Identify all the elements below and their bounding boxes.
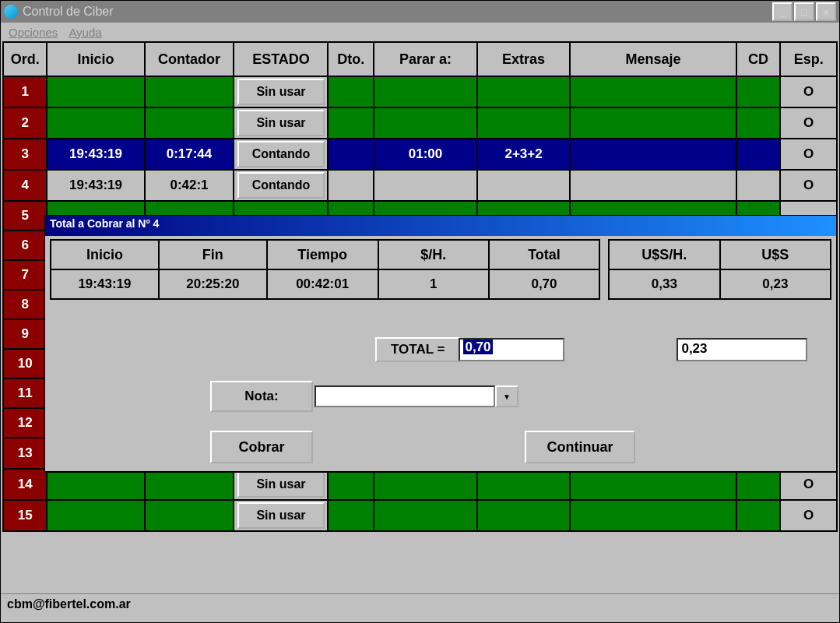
total-input-usd[interactable]: 0,23	[677, 338, 807, 361]
inicio-cell	[47, 500, 144, 531]
extras-cell: 2+3+2	[477, 139, 570, 170]
estado-cell: Sin usar	[234, 469, 328, 500]
parar-cell	[374, 170, 477, 201]
ord-cell: 6	[3, 231, 47, 260]
minimize-button[interactable]: _	[772, 2, 793, 21]
ord-cell: 7	[3, 260, 47, 290]
nota-field[interactable]	[315, 385, 495, 407]
header-inicio: Inicio	[47, 42, 144, 76]
dialog-title: Total a Cobrar al Nº 4	[45, 216, 836, 236]
estado-cell: Contando	[234, 139, 328, 170]
contador-cell	[145, 107, 234, 139]
contador-cell	[145, 469, 234, 500]
footer-text: cbm@fibertel.com.ar	[7, 597, 131, 611]
estado-button[interactable]: Sin usar	[237, 110, 325, 136]
dto-cell	[328, 76, 373, 107]
table-row[interactable]: 419:43:190:42:1ContandoO	[3, 170, 837, 201]
esp-cell: O	[780, 469, 837, 500]
nota-label: Nota:	[210, 381, 313, 412]
titlebar: Control de Ciber _ □ ×	[1, 1, 839, 23]
dto-cell	[328, 139, 373, 170]
close-button[interactable]: ×	[816, 2, 836, 21]
esp-cell: O	[780, 76, 837, 107]
cobrar-button[interactable]: Cobrar	[210, 431, 313, 463]
menu-ayuda[interactable]: Ayuda	[69, 26, 101, 39]
status-bar: cbm@fibertel.com.ar	[1, 593, 839, 622]
cd-cell	[736, 76, 780, 107]
esp-cell: O	[780, 107, 837, 139]
estado-cell: Sin usar	[234, 76, 328, 107]
dto-cell	[328, 500, 373, 531]
header-esp: Esp.	[780, 42, 837, 76]
total-input-pesos[interactable]: 0,70	[459, 338, 564, 361]
dr-tiempo: 00:42:01	[267, 269, 378, 299]
table-row[interactable]: 14Sin usarO	[3, 469, 837, 500]
contador-cell: 0:42:1	[145, 170, 234, 201]
maximize-button[interactable]: □	[794, 2, 814, 21]
ord-cell: 2	[3, 107, 47, 139]
header-ord: Ord.	[3, 42, 47, 76]
ord-cell: 12	[3, 408, 47, 438]
cd-cell	[736, 139, 780, 170]
cd-cell	[736, 107, 780, 139]
contador-cell: 0:17:44	[145, 139, 234, 170]
estado-button[interactable]: Contando	[237, 172, 325, 199]
esp-cell: O	[780, 139, 837, 170]
dr-fin: 20:25:20	[159, 269, 267, 299]
ord-cell: 14	[3, 469, 47, 500]
parar-cell	[374, 500, 477, 531]
menubar: Opciones Ayuda	[1, 23, 839, 41]
extras-cell	[477, 76, 570, 107]
dr-inicio: 19:43:19	[51, 269, 159, 299]
dr-us: 0,23	[720, 269, 831, 299]
estado-button[interactable]: Sin usar	[237, 502, 325, 529]
ord-cell: 5	[3, 201, 47, 231]
extras-cell	[477, 107, 570, 139]
mensaje-cell	[570, 76, 736, 107]
dto-cell	[328, 170, 373, 201]
estado-cell: Sin usar	[234, 107, 328, 139]
dr-sh: 1	[378, 269, 489, 299]
mensaje-cell	[570, 170, 736, 201]
contador-cell	[145, 76, 234, 107]
estado-button[interactable]: Sin usar	[237, 79, 325, 105]
total-label: TOTAL =	[375, 337, 460, 362]
dialog-header-row: Inicio Fin Tiempo $/H. Total U$S/H. U$S	[51, 240, 831, 269]
estado-button[interactable]: Contando	[237, 141, 325, 167]
dh-total: Total	[489, 240, 599, 269]
cd-cell	[736, 170, 780, 201]
table-row[interactable]: 15Sin usarO	[3, 500, 837, 531]
inicio-cell	[47, 107, 144, 139]
menu-opciones[interactable]: Opciones	[9, 26, 58, 39]
dr-ush: 0,33	[609, 269, 720, 299]
parar-cell	[374, 107, 477, 139]
main-window: Control de Ciber _ □ × Opciones Ayuda Or…	[0, 0, 840, 623]
table-row[interactable]: 1Sin usarO	[3, 76, 837, 107]
total-row: TOTAL = 0,70 0,23	[45, 337, 836, 362]
cd-cell	[736, 469, 780, 500]
dr-total: 0,70	[489, 269, 599, 299]
table-row[interactable]: 319:43:190:17:44Contando01:002+3+2O	[3, 139, 837, 170]
estado-cell: Sin usar	[234, 500, 328, 531]
parar-cell	[374, 469, 477, 500]
dialog-data-row: 19:43:19 20:25:20 00:42:01 1 0,70 0,33 0…	[51, 269, 831, 299]
nota-combo[interactable]: ▼	[315, 385, 518, 407]
continuar-button[interactable]: Continuar	[525, 431, 635, 463]
cobrar-dialog: Total a Cobrar al Nº 4 Inicio Fin Tiempo…	[44, 215, 837, 472]
dh-us: U$S	[720, 240, 831, 269]
estado-button[interactable]: Sin usar	[237, 471, 325, 498]
mensaje-cell	[570, 107, 736, 139]
dh-fin: Fin	[159, 240, 267, 269]
dialog-button-row: Cobrar Continuar	[45, 431, 836, 463]
dh-tiempo: Tiempo	[267, 240, 378, 269]
chevron-down-icon[interactable]: ▼	[495, 385, 518, 407]
header-row: Ord. Inicio Contador ESTADO Dto. Parar a…	[3, 42, 837, 76]
inicio-cell: 19:43:19	[47, 139, 144, 170]
dialog-table: Inicio Fin Tiempo $/H. Total U$S/H. U$S …	[50, 239, 831, 300]
table-row[interactable]: 2Sin usarO	[3, 107, 837, 139]
parar-cell	[374, 76, 477, 107]
parar-cell: 01:00	[374, 139, 477, 170]
extras-cell	[477, 469, 570, 500]
cd-cell	[736, 500, 780, 531]
header-parar: Parar a:	[374, 42, 477, 76]
